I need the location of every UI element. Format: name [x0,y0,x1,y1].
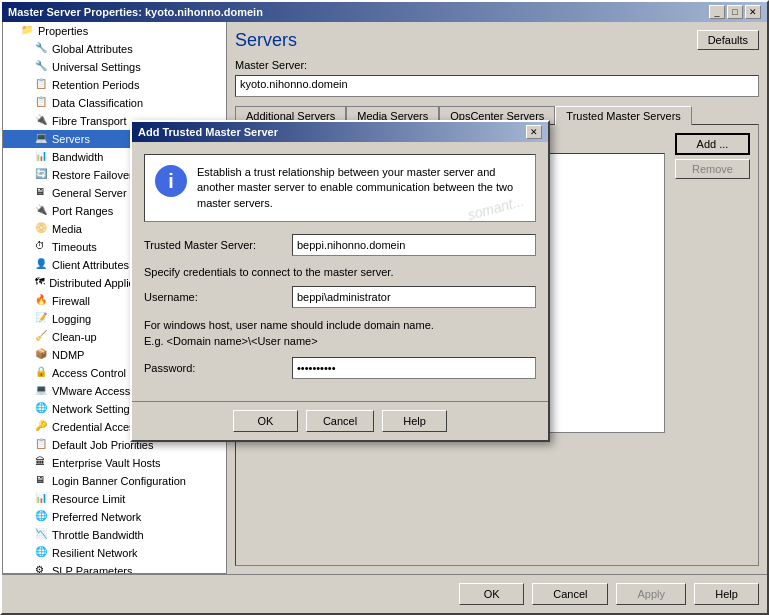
info-icon: i [155,165,187,197]
modal-cancel-button[interactable]: Cancel [306,410,374,432]
client-attributes-icon: 👤 [35,258,49,272]
throttle-bandwidth-icon: 📉 [35,528,49,542]
sidebar-item-data-classification[interactable]: 📋Data Classification [3,94,226,112]
close-button[interactable]: ✕ [745,5,761,19]
credentials-desc: Specify credentials to connect to the ma… [144,266,536,278]
sidebar-item-label: General Server [52,187,127,199]
access-control-icon: 🔒 [35,366,49,380]
sidebar-item-properties[interactable]: 📁Properties [3,22,226,40]
default-job-priorities-icon: 📋 [35,438,49,452]
sidebar-item-label: Client Attributes [52,259,129,271]
username-row: Username: [144,286,536,308]
password-row: Password: [144,357,536,379]
sidebar-item-retention-periods[interactable]: 📋Retention Periods [3,76,226,94]
maximize-button[interactable]: □ [727,5,743,19]
sidebar-item-label: Logging [52,313,91,325]
help-button[interactable]: Help [694,583,759,605]
sidebar-item-label: Clean-up [52,331,97,343]
port-ranges-icon: 🔌 [35,204,49,218]
window-title: Master Server Properties: kyoto.nihonno.… [8,6,263,18]
modal-window: Add Trusted Master Server ✕ i Establish … [130,120,550,442]
trusted-server-label: Trusted Master Server: [144,239,284,251]
vmware-access-hosts-icon: 💻 [35,384,49,398]
universal-settings-icon: 🔧 [35,60,49,74]
modal-help-button[interactable]: Help [382,410,447,432]
sidebar-item-label: Timeouts [52,241,97,253]
sidebar-item-label: Firewall [52,295,90,307]
add-remove-buttons: Add ... Remove [675,133,750,179]
properties-icon: 📁 [21,24,35,38]
retention-periods-icon: 📋 [35,78,49,92]
apply-button[interactable]: Apply [616,583,686,605]
clean-up-icon: 🧹 [35,330,49,344]
sidebar-item-label: Access Control [52,367,126,379]
username-label: Username: [144,291,284,303]
servers-icon: 💻 [35,132,49,146]
credential-access-icon: 🔑 [35,420,49,434]
remove-button[interactable]: Remove [675,159,750,179]
enterprise-vault-icon: 🏛 [35,456,49,470]
ndmp-icon: 📦 [35,348,49,362]
global-attributes-icon: 🔧 [35,42,49,56]
sidebar-item-resilient-network[interactable]: 🌐Resilient Network [3,544,226,562]
sidebar-item-slp-parameters[interactable]: ⚙SLP Parameters [3,562,226,574]
modal-footer: OK Cancel Help [132,401,548,440]
sidebar-item-label: Throttle Bandwidth [52,529,144,541]
sidebar-item-label: Resource Limit [52,493,125,505]
cancel-button[interactable]: Cancel [532,583,608,605]
panel-title: Servers [235,30,297,51]
sidebar-item-label: Data Classification [52,97,143,109]
sidebar-item-enterprise-vault[interactable]: 🏛Enterprise Vault Hosts [3,454,226,472]
logging-icon: 📝 [35,312,49,326]
sidebar-item-label: Bandwidth [52,151,103,163]
restore-failover-icon: 🔄 [35,168,49,182]
modal-body: i Establish a trust relationship between… [132,142,548,401]
modal-title: Add Trusted Master Server [138,126,278,138]
login-banner-icon: 🖥 [35,474,49,488]
sidebar-item-global-attributes[interactable]: 🔧Global Attributes [3,40,226,58]
sidebar-item-label: Port Ranges [52,205,113,217]
modal-close-button[interactable]: ✕ [526,125,542,139]
sidebar-item-label: Servers [52,133,90,145]
timeouts-icon: ⏱ [35,240,49,254]
modal-ok-button[interactable]: OK [233,410,298,432]
trusted-server-input[interactable] [292,234,536,256]
distributed-app-icon: 🗺 [35,276,46,290]
master-server-value: kyoto.nihonno.domein [235,75,759,97]
sidebar-item-label: Universal Settings [52,61,141,73]
sidebar-item-universal-settings[interactable]: 🔧Universal Settings [3,58,226,76]
modal-title-bar: Add Trusted Master Server ✕ [132,122,548,142]
title-bar: Master Server Properties: kyoto.nihonno.… [2,2,767,22]
master-server-label: Master Server: [235,59,759,71]
sidebar-item-throttle-bandwidth[interactable]: 📉Throttle Bandwidth [3,526,226,544]
sidebar-item-label: Properties [38,25,88,37]
fibre-transport-icon: 🔌 [35,114,49,128]
sidebar-item-label: Enterprise Vault Hosts [52,457,161,469]
media-icon: 📀 [35,222,49,236]
minimize-button[interactable]: _ [709,5,725,19]
sidebar-item-label: Login Banner Configuration [52,475,186,487]
defaults-button[interactable]: Defaults [697,30,759,50]
username-input[interactable] [292,286,536,308]
firewall-icon: 🔥 [35,294,49,308]
add-button[interactable]: Add ... [675,133,750,155]
slp-parameters-icon: ⚙ [35,564,49,574]
panel-header: Servers Defaults [235,30,759,51]
ok-button[interactable]: OK [459,583,524,605]
data-classification-icon: 📋 [35,96,49,110]
password-label: Password: [144,362,284,374]
tab-trusted-master-servers[interactable]: Trusted Master Servers [555,106,692,125]
sidebar-item-preferred-network[interactable]: 🌐Preferred Network [3,508,226,526]
resilient-network-icon: 🌐 [35,546,49,560]
sidebar-item-label: Fibre Transport [52,115,127,127]
resource-limit-icon: 📊 [35,492,49,506]
sidebar-item-label: Retention Periods [52,79,139,91]
sidebar-item-resource-limit[interactable]: 📊Resource Limit [3,490,226,508]
preferred-network-icon: 🌐 [35,510,49,524]
sidebar-item-label: Restore Failover [52,169,133,181]
sidebar-item-label: Global Attributes [52,43,133,55]
title-bar-controls: _ □ ✕ [709,5,761,19]
password-input[interactable] [292,357,536,379]
sidebar-item-login-banner[interactable]: 🖥Login Banner Configuration [3,472,226,490]
sidebar-item-label: Preferred Network [52,511,141,523]
